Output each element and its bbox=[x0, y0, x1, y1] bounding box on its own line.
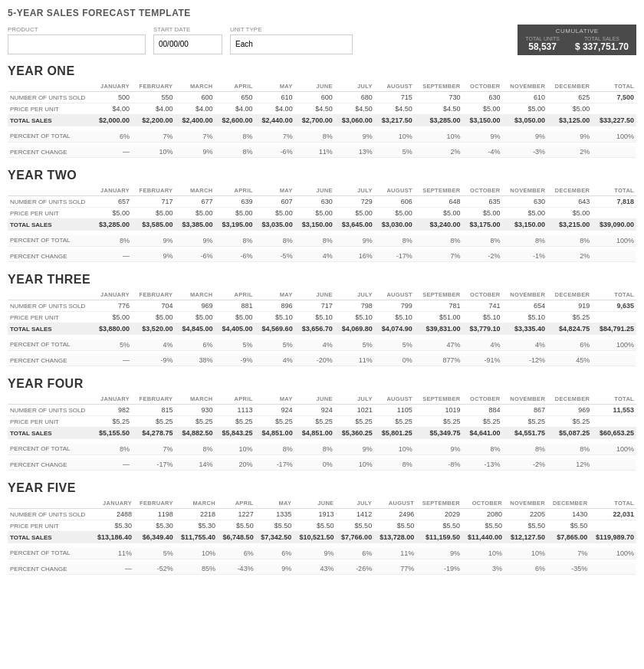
chg-cell: -13% bbox=[463, 459, 503, 471]
pct-cell: 5% bbox=[255, 339, 295, 351]
price-label: PRICE PER UNIT bbox=[8, 312, 92, 323]
price-cell: $4.00 bbox=[132, 103, 175, 115]
price-label: PRICE PER UNIT bbox=[8, 208, 92, 219]
chg-cell: -52% bbox=[134, 563, 176, 575]
price-cell: $5.25 bbox=[92, 416, 132, 428]
month-header: TOTAL bbox=[592, 81, 636, 92]
month-header: OCTOBER bbox=[463, 81, 503, 92]
sales-cell: $7,865.00 bbox=[547, 532, 590, 543]
price-cell: $5.25 bbox=[547, 416, 592, 428]
sales-cell: $4,551.75 bbox=[503, 428, 548, 439]
sales-cell: $3,125.00 bbox=[547, 115, 592, 126]
price-cell: $5.50 bbox=[256, 520, 294, 532]
sales-cell: $3,050.00 bbox=[503, 115, 548, 126]
units-label: NUMBER OF UNITS SOLD bbox=[8, 509, 92, 520]
start-date-input[interactable] bbox=[153, 34, 222, 54]
chg-cell: -8% bbox=[415, 459, 463, 471]
sales-cell: $4,845.00 bbox=[175, 323, 215, 335]
sales-cell: $4,405.00 bbox=[215, 323, 255, 335]
units-cell: 9,635 bbox=[592, 300, 636, 312]
pct-cell: 7% bbox=[132, 131, 175, 143]
month-header: JUNE bbox=[295, 394, 335, 405]
pct-cell: 11% bbox=[92, 548, 134, 559]
page-title: 5-YEAR SALES FORECAST TEMPLATE bbox=[8, 8, 636, 18]
units-cell: 919 bbox=[547, 300, 592, 312]
chg-label: PERCENT CHANGE bbox=[8, 355, 92, 366]
unit-type-field: UNIT TYPE bbox=[230, 26, 353, 54]
chg-cell: 85% bbox=[176, 563, 218, 575]
cumulative-sales-value: $ 337,751.70 bbox=[575, 41, 629, 52]
sales-cell: $3,880.00 bbox=[92, 323, 132, 335]
start-date-label: START DATE bbox=[153, 26, 222, 33]
units-cell: 969 bbox=[547, 405, 592, 416]
sales-cell: $5,843.25 bbox=[215, 428, 255, 439]
year-section-1: YEAR ONEJANUARYFEBRUARYMARCHAPRILMAYJUNE… bbox=[8, 64, 636, 158]
month-header: APRIL bbox=[218, 498, 256, 509]
units-cell: 1412 bbox=[336, 509, 374, 520]
sales-cell: $3,645.00 bbox=[335, 219, 375, 231]
sales-cell: $7,342.50 bbox=[256, 532, 294, 543]
price-cell: $5.10 bbox=[255, 312, 295, 323]
pct-cell: 4% bbox=[463, 339, 503, 351]
chg-cell: — bbox=[92, 563, 134, 575]
month-header: AUGUST bbox=[375, 81, 415, 92]
units-cell: 930 bbox=[175, 405, 215, 416]
start-date-field: START DATE bbox=[153, 26, 222, 54]
pct-cell: 7% bbox=[132, 444, 175, 455]
units-cell: 776 bbox=[92, 300, 132, 312]
units-cell: 2205 bbox=[504, 509, 547, 520]
price-cell: $5.00 bbox=[92, 208, 132, 219]
month-header: OCTOBER bbox=[462, 498, 504, 509]
chg-cell: -20% bbox=[295, 355, 335, 366]
month-header: AUGUST bbox=[375, 290, 415, 300]
chg-cell: 45% bbox=[547, 355, 592, 366]
price-cell: $5.00 bbox=[335, 208, 375, 219]
pct-cell: 8% bbox=[547, 444, 592, 455]
pct-cell: 6% bbox=[336, 548, 374, 559]
product-input[interactable] bbox=[8, 34, 146, 54]
month-header: NOVEMBER bbox=[503, 81, 548, 92]
year-title-5: YEAR FIVE bbox=[8, 481, 636, 495]
price-cell: $5.50 bbox=[336, 520, 374, 532]
units-label: NUMBER OF UNITS SOLD bbox=[8, 196, 92, 208]
pct-label: PERCENT OF TOTAL bbox=[8, 444, 92, 455]
units-cell: 881 bbox=[215, 300, 255, 312]
units-cell: 630 bbox=[503, 196, 548, 208]
cumulative-title: CUMULATIVE bbox=[525, 28, 629, 34]
price-cell: $5.50 bbox=[294, 520, 336, 532]
chg-cell: 6% bbox=[504, 563, 547, 575]
sales-cell: $3,779.10 bbox=[463, 323, 503, 335]
month-header: TOTAL bbox=[592, 185, 636, 196]
year-title-3: YEAR THREE bbox=[8, 273, 636, 287]
month-header: JUNE bbox=[294, 498, 336, 509]
units-cell: 781 bbox=[415, 300, 463, 312]
month-header: FEBRUARY bbox=[134, 498, 176, 509]
chg-cell bbox=[592, 251, 636, 262]
price-cell: $5.30 bbox=[176, 520, 218, 532]
pct-cell: 8% bbox=[175, 444, 215, 455]
pct-cell: 100% bbox=[592, 339, 636, 351]
sales-cell: $3,030.00 bbox=[375, 219, 415, 231]
sales-cell: $11,755.40 bbox=[176, 532, 218, 543]
units-cell: 550 bbox=[132, 92, 175, 103]
price-cell: $5.00 bbox=[175, 208, 215, 219]
price-cell: $5.00 bbox=[503, 103, 548, 115]
units-cell: 1105 bbox=[375, 405, 415, 416]
chg-cell: -6% bbox=[255, 146, 295, 158]
pct-cell: 8% bbox=[295, 235, 335, 247]
sales-label: TOTAL SALES bbox=[8, 428, 92, 439]
unit-type-input[interactable] bbox=[230, 34, 353, 54]
chg-cell: -1% bbox=[503, 251, 548, 262]
chg-cell: — bbox=[92, 355, 132, 366]
price-cell: $5.00 bbox=[92, 312, 132, 323]
sales-cell: $4,851.00 bbox=[255, 428, 295, 439]
sales-cell: $10,521.50 bbox=[294, 532, 336, 543]
units-cell: 2029 bbox=[416, 509, 462, 520]
units-cell: 2218 bbox=[176, 509, 218, 520]
price-cell: $5.25 bbox=[415, 416, 463, 428]
pct-cell: 6% bbox=[547, 339, 592, 351]
month-header: JULY bbox=[335, 394, 375, 405]
units-cell: 635 bbox=[463, 196, 503, 208]
pct-cell: 6% bbox=[218, 548, 256, 559]
chg-cell: 8% bbox=[215, 146, 255, 158]
